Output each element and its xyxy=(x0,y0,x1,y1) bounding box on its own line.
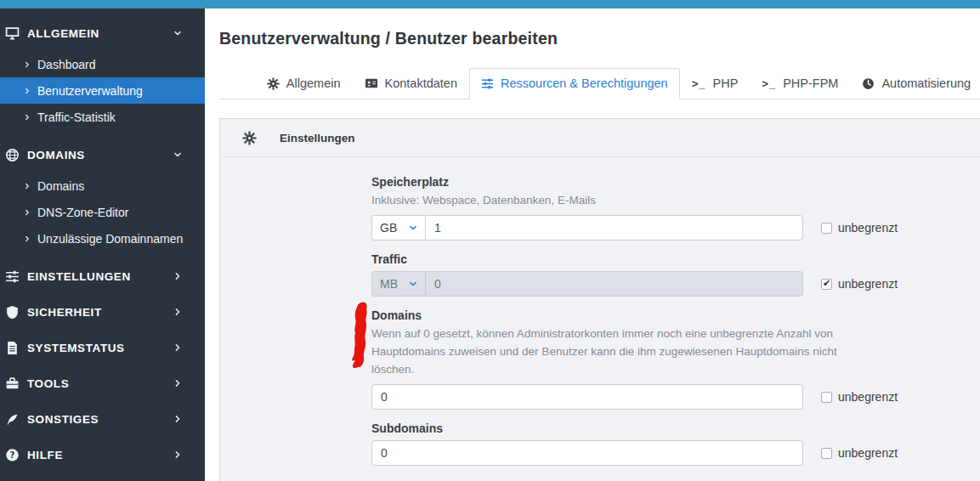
subdomains-input[interactable] xyxy=(371,440,803,466)
chevron-right-icon xyxy=(24,88,31,94)
unbegrenzt-label: unbegrenzt xyxy=(838,221,898,235)
question-circle-icon xyxy=(5,448,20,462)
sidebar-section-allgemein: ALLGEMEIN Dashboard Benutzerverwaltung T… xyxy=(0,15,205,130)
shield-icon xyxy=(5,305,20,320)
chevron-down-icon xyxy=(409,224,417,232)
sidebar-item-sicherheit[interactable]: SICHERHEIT xyxy=(0,294,205,330)
field-label: Traffic xyxy=(371,252,970,266)
id-card-icon xyxy=(365,76,378,90)
chevron-right-icon xyxy=(173,450,182,459)
terminal-icon: >_ xyxy=(762,77,776,90)
unbegrenzt-checkbox[interactable] xyxy=(821,448,832,459)
sliders-icon xyxy=(5,269,20,284)
settings-panel: Einstellungen Speicherplatz Inklusive: W… xyxy=(219,118,980,481)
field-label: Speicherplatz xyxy=(371,175,970,189)
unit-select-speicherplatz[interactable]: GB xyxy=(371,215,425,240)
chevron-right-icon xyxy=(173,343,182,352)
unbegrenzt-option: unbegrenzt xyxy=(821,221,898,235)
chevron-right-icon xyxy=(173,308,182,316)
field-speicherplatz: Speicherplatz Inklusive: Webspace, Daten… xyxy=(371,175,970,240)
sidebar-item-dns-zone-editor[interactable]: DNS-Zone-Editor xyxy=(0,199,205,225)
chevron-right-icon xyxy=(173,272,182,280)
traffic-input[interactable] xyxy=(425,271,803,297)
chevron-right-icon xyxy=(173,415,182,423)
sidebar-item-hilfe[interactable]: HILFE xyxy=(0,437,205,473)
unit-select-traffic[interactable]: MB xyxy=(371,271,425,297)
tab-bar: Allgemein Kontaktdaten Ressourcen & Bere… xyxy=(219,68,980,99)
sidebar-item-unzulaessige-domainnamen[interactable]: Unzulässige Domainnamen xyxy=(0,225,205,252)
sidebar-section-domains: DOMAINS Domains DNS-Zone-Editor Unzuläss… xyxy=(0,137,205,252)
domains-input[interactable] xyxy=(371,384,803,410)
sidebar-item-traffic-statistik[interactable]: Traffic-Statistik xyxy=(0,104,205,130)
sidebar-item-benutzerverwaltung[interactable]: Benutzerverwaltung xyxy=(0,77,205,104)
tab-ressourcen-berechtigungen[interactable]: Ressourcen & Berechtigungen xyxy=(469,68,680,99)
document-icon xyxy=(5,341,20,355)
panel-header: Einstellungen xyxy=(220,119,980,157)
terminal-icon: >_ xyxy=(692,77,706,90)
sidebar-item-tools[interactable]: TOOLS xyxy=(0,365,205,401)
sidebar-item-einstellungen[interactable]: EINSTELLUNGEN xyxy=(0,258,205,294)
unbegrenzt-label: unbegrenzt xyxy=(838,446,898,460)
main-content: Benutzerverwaltung / Benutzer bearbeiten… xyxy=(205,8,980,481)
field-label: Subdomains xyxy=(371,422,970,435)
tab-kontaktdaten[interactable]: Kontaktdaten xyxy=(353,68,469,99)
chevron-right-icon xyxy=(24,235,31,242)
clock-icon xyxy=(862,77,875,90)
tab-automatisierung[interactable]: Automatisierung xyxy=(850,68,980,99)
field-traffic: Traffic MB unbegrenzt xyxy=(371,252,970,297)
panel-body: Speicherplatz Inklusive: Webspace, Daten… xyxy=(220,157,980,481)
tab-php-fpm[interactable]: >_ PHP-FPM xyxy=(750,68,850,99)
sidebar-item-systemstatus[interactable]: SYSTEMSTATUS xyxy=(0,330,205,365)
sidebar-subitem-label: DNS-Zone-Editor xyxy=(37,206,128,219)
sidebar: ALLGEMEIN Dashboard Benutzerverwaltung T… xyxy=(0,8,205,481)
display-icon xyxy=(5,26,20,41)
unbegrenzt-label: unbegrenzt xyxy=(838,277,898,291)
unbegrenzt-checkbox[interactable] xyxy=(821,279,832,290)
sidebar-section-label: SYSTEMSTATUS xyxy=(27,342,125,354)
chevron-right-icon xyxy=(173,379,182,388)
chevron-down-icon xyxy=(409,280,417,288)
unbegrenzt-checkbox[interactable] xyxy=(821,392,832,403)
chevron-right-icon xyxy=(24,209,31,216)
gear-icon xyxy=(242,131,257,145)
sidebar-item-dashboard[interactable]: Dashboard xyxy=(0,51,205,77)
sidebar-item-domains[interactable]: Domains xyxy=(0,173,205,199)
sidebar-item-sonstiges[interactable]: SONSTIGES xyxy=(0,401,205,437)
unbegrenzt-option: unbegrenzt xyxy=(821,277,898,291)
tab-label: PHP xyxy=(712,76,738,90)
speicherplatz-input[interactable] xyxy=(425,215,803,240)
field-hint: Inklusive: Webspace, Datenbanken, E-Mail… xyxy=(371,191,869,209)
chevron-right-icon xyxy=(24,183,31,190)
gear-icon xyxy=(267,77,280,90)
toolbox-icon xyxy=(5,376,20,391)
field-hint: Wenn auf 0 gesetzt, können Administrator… xyxy=(371,325,869,378)
sidebar-item-domains-section[interactable]: DOMAINS xyxy=(0,137,205,173)
unbegrenzt-label: unbegrenzt xyxy=(838,390,898,404)
chevron-down-icon xyxy=(173,150,182,159)
chevron-right-icon xyxy=(24,114,31,121)
sidebar-section-label: SONSTIGES xyxy=(27,413,99,426)
sidebar-section-label: DOMAINS xyxy=(27,149,85,161)
top-accent-bar xyxy=(0,0,980,8)
tab-label: PHP-FPM xyxy=(783,76,838,90)
sidebar-subitem-label: Benutzerverwaltung xyxy=(37,84,143,98)
tab-php[interactable]: >_ PHP xyxy=(680,68,751,99)
field-subdomains: Subdomains unbegrenzt xyxy=(371,422,970,466)
panel-title: Einstellungen xyxy=(280,132,355,144)
chevron-right-icon xyxy=(24,61,31,68)
field-label: Domains xyxy=(371,308,970,322)
sidebar-item-allgemein[interactable]: ALLGEMEIN xyxy=(0,15,205,51)
sidebar-subitem-label: Unzulässige Domainnamen xyxy=(37,232,183,246)
sidebar-subitem-label: Traffic-Statistik xyxy=(37,110,116,124)
sidebar-section-label: EINSTELLUNGEN xyxy=(27,270,131,283)
sidebar-subitem-label: Domains xyxy=(37,179,84,193)
sidebar-subitem-label: Dashboard xyxy=(37,58,96,71)
sidebar-section-label: TOOLS xyxy=(27,377,69,390)
unbegrenzt-option: unbegrenzt xyxy=(821,390,898,404)
unit-select-value: GB xyxy=(380,221,397,235)
unbegrenzt-checkbox[interactable] xyxy=(821,223,832,234)
page-title: Benutzerverwaltung / Benutzer bearbeiten xyxy=(219,29,980,48)
tab-allgemein[interactable]: Allgemein xyxy=(255,68,353,99)
chevron-down-icon xyxy=(173,29,182,37)
sidebar-section-label: HILFE xyxy=(27,449,63,461)
